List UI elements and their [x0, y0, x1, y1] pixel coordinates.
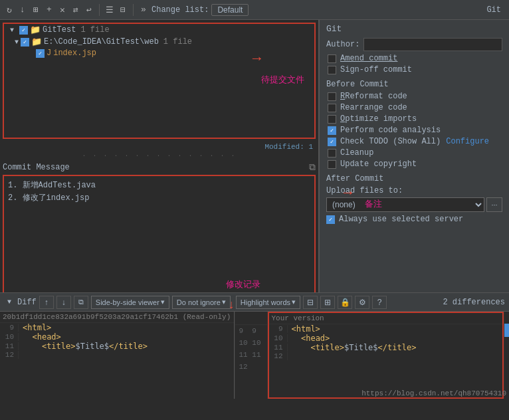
ignore-label: Do not ignore	[177, 298, 221, 306]
tree-file-item[interactable]: J index.jsp	[4, 48, 314, 58]
optimize-row: Optimize imports	[326, 114, 502, 124]
git-panel-title: Git	[326, 24, 502, 34]
main-layout: ▼ 📁 GitTest 1 file ▼ 📁 E:\Code_IDEA\GitT…	[0, 20, 509, 399]
diff-columns-button[interactable]: ⊟	[303, 296, 318, 309]
file-tree-label-cn: 待提交文件	[261, 74, 304, 86]
modified-bar: Modified: 1	[0, 142, 318, 152]
diff-left-linenum-9: 9	[0, 324, 19, 332]
tree-root-item[interactable]: ▼ 📁 GitTest 1 file	[4, 24, 314, 36]
diff-gear-button[interactable]: ⚙	[355, 296, 369, 309]
diff-center-gutter: 9 9 10 10 11 11 12	[235, 312, 268, 399]
author-input[interactable]	[363, 38, 502, 51]
tree-root-badge: 1 file	[80, 25, 109, 35]
commit-note-cn: 备注	[365, 198, 382, 210]
diff-down-button[interactable]: ↓	[56, 296, 71, 309]
diff-expand-icon: ▼	[4, 297, 15, 308]
perform-checkbox[interactable]	[328, 126, 336, 135]
copyright-row: Update copyright	[326, 159, 502, 169]
rollback-icon[interactable]: ⊞	[31, 5, 41, 15]
diff-left-linenum-12: 12	[0, 351, 19, 359]
add-icon[interactable]: +	[44, 5, 54, 15]
file-tree: ▼ 📁 GitTest 1 file ▼ 📁 E:\Code_IDEA\GitT…	[3, 23, 316, 139]
diff-right-code-9: <html>	[288, 324, 320, 334]
main-toolbar: ↻ ↓ ⊞ + ✕ ⇄ ↩ ☰ ⊟ » Change list: Default…	[0, 0, 509, 20]
tree-sub-label: E:\Code_IDEA\GitTest\web	[44, 37, 159, 47]
commit-copy-icon[interactable]: ⧉	[309, 162, 316, 173]
diff-right-code-10: <head>	[288, 334, 330, 343]
diff-content: 20b1df1dd1ce832a691b9f5203a29a1cf17462b1…	[0, 312, 509, 399]
cleanup-checkbox[interactable]	[328, 149, 336, 158]
diff-left-code-10: <head>	[19, 332, 61, 342]
always-use-row: Always use selected server	[326, 215, 502, 224]
cleanup-row: Cleanup	[326, 148, 502, 158]
diff-left-row-10: 10 <head>	[0, 332, 234, 342]
always-use-checkbox[interactable]	[326, 215, 335, 224]
tree-sub-checkbox[interactable]	[21, 38, 29, 47]
diff-side-button[interactable]: ⊞	[320, 296, 335, 309]
viewer-chevron-icon: ▾	[161, 298, 165, 306]
commit-arrow-indicator: →	[344, 185, 352, 201]
diff-center-9: 9 9	[235, 325, 267, 337]
do-not-ignore-button[interactable]: Do not ignore ▾	[172, 296, 231, 309]
diff-right-linenum-12: 12	[269, 352, 288, 360]
update-icon[interactable]: ↓	[17, 5, 28, 15]
reformat-checkbox[interactable]	[328, 92, 336, 101]
tree-sub-item[interactable]: ▼ 📁 E:\Code_IDEA\GitTest\web 1 file	[4, 36, 314, 48]
highlight-down-arrow-icon: ↓	[228, 298, 235, 312]
diff-left-code-9: <html>	[19, 323, 51, 332]
diff-up-button[interactable]: ↑	[39, 296, 54, 309]
diff-right-linenum-10: 10	[269, 334, 288, 342]
diff-section: ▼ Diff ↑ ↓ ⧉ Side-by-side viewer ▾ Do no…	[0, 292, 509, 399]
tree-sub-collapse-icon: ▼	[15, 39, 19, 46]
signoff-row: Sign-off commit	[326, 65, 502, 74]
diff-left-row-12: 12	[0, 351, 234, 359]
diff-copy-button[interactable]: ⧉	[74, 296, 88, 309]
commit-line-1: 1. 新增AddTest.java	[8, 179, 310, 191]
diff-right-scrollbar[interactable]	[504, 312, 509, 399]
double-arrow-icon: »	[138, 5, 149, 15]
diff-lock-button[interactable]: 🔒	[338, 296, 352, 309]
copyright-checkbox[interactable]	[328, 160, 336, 169]
highlight-label: Highlight words	[241, 298, 290, 306]
highlight-words-button[interactable]: Highlight words ▾	[236, 296, 300, 309]
changelist-label: Change list:	[152, 5, 209, 15]
amend-commit-checkbox[interactable]	[328, 54, 336, 63]
move-icon[interactable]: ⇄	[70, 5, 81, 15]
reformat-row: RReformat code	[326, 92, 502, 101]
rearrange-checkbox[interactable]	[328, 104, 336, 112]
diff-right-header: Your version	[269, 313, 503, 324]
signoff-checkbox[interactable]	[328, 66, 336, 74]
undo-icon[interactable]: ↩	[84, 5, 94, 15]
diff-left-row-9: 9 <html>	[0, 323, 234, 332]
delete-icon[interactable]: ✕	[57, 5, 68, 15]
side-by-side-button[interactable]: Side-by-side viewer ▾	[91, 296, 169, 309]
diff-help-button[interactable]: ?	[372, 296, 387, 309]
upload-select-row: (none) ···	[326, 197, 502, 212]
upload-dots-button[interactable]: ···	[486, 197, 502, 212]
file-type-icon: J	[47, 49, 51, 58]
diff-center-12: 12	[235, 361, 267, 373]
diff-differences-count: 2 differences	[443, 298, 505, 307]
optimize-text-rest: ptimize imports	[345, 114, 417, 124]
commit-arrow-icon: →	[344, 185, 352, 201]
tree-root-checkbox[interactable]	[19, 26, 28, 35]
diff-left-header: 20b1df1dd1ce832a691b9f5203a29a1cf17462b1…	[0, 312, 234, 323]
refresh-icon[interactable]: ↻	[4, 5, 15, 15]
diff-center-11: 11 11	[235, 349, 267, 361]
diff-icon[interactable]: ⊟	[118, 5, 128, 15]
settings-icon[interactable]: ☰	[104, 5, 115, 15]
cleanup-label: Cleanup	[340, 148, 373, 158]
tree-file-label: index.jsp	[53, 49, 96, 58]
optimize-checkbox[interactable]	[328, 115, 336, 124]
arrow-right-icon: →	[253, 51, 261, 67]
tree-file-checkbox[interactable]	[36, 49, 45, 58]
root-folder-icon: 📁	[30, 25, 41, 35]
diff-right-row-10: 10 <head>	[269, 334, 503, 343]
default-button[interactable]: Default	[211, 4, 249, 16]
checktodo-checkbox[interactable]	[328, 138, 336, 146]
configure-link[interactable]: Configure	[446, 137, 489, 146]
diff-right-row-12: 12	[269, 352, 503, 360]
checktodo-label: Check TODO (Show All)	[340, 137, 441, 146]
rearrange-row: Rearrange code	[326, 103, 502, 112]
highlight-chevron-icon: ▾	[292, 298, 296, 306]
